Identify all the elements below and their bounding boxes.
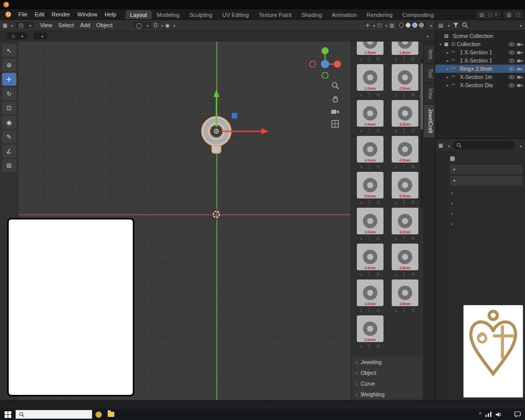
import-asset-icon[interactable]: ↓: [395, 199, 397, 205]
ring-asset-thumbnail[interactable]: 4.5mm: [392, 136, 418, 163]
navigation-axis-gizmo[interactable]: [309, 46, 341, 78]
cortana-icon[interactable]: [92, 409, 105, 420]
import-asset-icon[interactable]: ↓: [360, 92, 362, 97]
tool-add-primitive[interactable]: ⊞: [2, 159, 16, 172]
sidebar-tab[interactable]: View: [424, 84, 435, 104]
collapsed-panel-header[interactable]: ›: [450, 218, 522, 229]
hide-eye-icon[interactable]: [509, 42, 515, 47]
solid-shading-icon[interactable]: [406, 23, 411, 28]
render-camera-icon[interactable]: [517, 75, 523, 79]
xray-icon[interactable]: ▥: [390, 23, 394, 28]
favorite-star-icon[interactable]: ☆: [376, 343, 380, 349]
workspace-tab[interactable]: Modeling: [152, 10, 185, 19]
favorite-star-icon[interactable]: ☆: [411, 164, 415, 169]
asset-menu-icon[interactable]: ⋮: [401, 92, 407, 97]
import-asset-icon[interactable]: ↓: [395, 271, 397, 277]
favorite-star-icon[interactable]: ☆: [376, 235, 380, 241]
import-asset-icon[interactable]: ↓: [395, 92, 397, 97]
asset-menu-icon[interactable]: ⋮: [367, 307, 372, 313]
import-asset-icon[interactable]: ↓: [395, 128, 397, 133]
volume-icon[interactable]: [496, 412, 502, 417]
ring-asset-thumbnail[interactable]: 5.0mm: [357, 172, 383, 198]
expander-icon[interactable]: ▾: [438, 42, 442, 47]
tool-measure[interactable]: ∠: [2, 145, 16, 157]
viewport-menu[interactable]: View: [37, 21, 55, 29]
favorite-star-icon[interactable]: ☆: [411, 307, 415, 313]
import-asset-icon[interactable]: ↓: [360, 164, 362, 169]
favorite-star-icon[interactable]: ☆: [376, 164, 380, 169]
outliner-row[interactable]: ▸ ◠ 1 X-Section 1: [435, 48, 525, 56]
menubar-menu[interactable]: Render: [48, 10, 74, 18]
render-camera-icon[interactable]: [517, 58, 523, 63]
panel-section-header[interactable]: Curve: [352, 378, 422, 389]
editor-type-icon[interactable]: ▦: [3, 23, 7, 28]
orientation-setting-dropdown[interactable]: ⊹: [7, 32, 27, 39]
asset-menu-icon[interactable]: ⋮: [367, 92, 372, 97]
collapsed-panel-header[interactable]: ›: [450, 198, 522, 208]
blender-menu-icon[interactable]: [5, 11, 11, 17]
workspace-tab[interactable]: Texture Paint: [254, 10, 296, 19]
tool-transform[interactable]: ◉: [2, 116, 16, 129]
ring-asset-thumbnail[interactable]: 3.0mm: [357, 100, 383, 127]
render-camera-icon[interactable]: [517, 67, 523, 71]
favorite-star-icon[interactable]: ☆: [411, 235, 415, 241]
scene-selector[interactable]: ▤ ▢ ×: [476, 11, 500, 18]
import-asset-icon[interactable]: ↓: [395, 307, 397, 313]
import-asset-icon[interactable]: ↓: [360, 128, 362, 133]
sidebar-tab[interactable]: Tool: [424, 65, 435, 82]
viewlayer-selector[interactable]: ▥ ▢: [503, 11, 523, 18]
taskbar-search[interactable]: [15, 410, 92, 419]
asset-menu-icon[interactable]: ⋮: [401, 307, 407, 313]
wireframe-shading-icon[interactable]: [399, 23, 404, 28]
outliner-row[interactable]: ▸ ◠ 1 X-Section 1: [435, 56, 525, 65]
favorite-star-icon[interactable]: ☆: [376, 92, 380, 97]
workspace-tab[interactable]: Sculpting: [185, 10, 217, 19]
import-asset-icon[interactable]: ↓: [395, 235, 397, 241]
properties-search[interactable]: [453, 141, 515, 150]
outliner-row[interactable]: ▾ ▦ ☑ Collection: [435, 40, 525, 48]
asset-menu-icon[interactable]: ⋮: [401, 271, 407, 277]
import-asset-icon[interactable]: ↓: [395, 56, 397, 62]
ring-asset-thumbnail[interactable]: 2.0mm: [357, 64, 383, 91]
favorite-star-icon[interactable]: ☆: [411, 271, 415, 277]
asset-menu-icon[interactable]: ⋮: [401, 128, 407, 133]
menubar-menu[interactable]: Help: [101, 10, 120, 18]
new-viewlayer-icon[interactable]: ▢: [515, 12, 520, 17]
scene-panel-header[interactable]: [450, 165, 522, 174]
overlays-icon[interactable]: ⬡: [377, 23, 382, 28]
collapsed-panel-header[interactable]: ›: [450, 208, 522, 218]
start-button[interactable]: [0, 409, 15, 420]
ring-object-with-move-gizmo[interactable]: [188, 89, 275, 186]
ring-asset-thumbnail[interactable]: 4.0mm: [357, 136, 383, 163]
ring-asset-thumbnail[interactable]: 3.5mm: [392, 100, 418, 127]
panel-section-header[interactable]: Weighting: [352, 389, 422, 399]
show-gizmo-icon[interactable]: ✛: [365, 23, 369, 28]
favorite-star-icon[interactable]: ☆: [376, 199, 380, 205]
asset-menu-icon[interactable]: ⋮: [401, 56, 407, 62]
zoom-icon[interactable]: [331, 82, 339, 90]
properties-editor-icon[interactable]: ▦: [438, 143, 443, 148]
asset-menu-icon[interactable]: ⋮: [401, 235, 407, 241]
viewport-menu[interactable]: Select: [55, 21, 77, 29]
render-camera-icon[interactable]: [517, 83, 523, 88]
panel-section-header[interactable]: Object: [352, 368, 422, 378]
asset-menu-icon[interactable]: ⋮: [401, 164, 407, 169]
network-icon[interactable]: [486, 412, 492, 417]
rendered-shading-icon[interactable]: [419, 23, 424, 28]
expander-icon[interactable]: ▸: [446, 58, 450, 63]
favorite-star-icon[interactable]: ☆: [411, 56, 415, 62]
close-button[interactable]: [510, 0, 525, 9]
mode-dropdown[interactable]: ◳: [15, 21, 34, 29]
camera-view-icon[interactable]: [331, 108, 339, 115]
sidebar-tab[interactable]: Item: [424, 45, 435, 63]
units-panel-header[interactable]: [450, 176, 522, 186]
maximize-button[interactable]: [494, 0, 510, 9]
ring-asset-thumbnail[interactable]: 5.0mm: [357, 315, 383, 342]
tool-cursor[interactable]: ⊕: [2, 58, 16, 71]
orientation-dropdown[interactable]: ◯: [133, 22, 152, 29]
workspace-tab[interactable]: Layout: [126, 10, 152, 19]
task-view-icon[interactable]: [105, 409, 117, 420]
asset-menu-icon[interactable]: ⋮: [367, 271, 372, 277]
ring-asset-thumbnail[interactable]: 3.5mm: [357, 244, 383, 270]
ring-asset-thumbnail[interactable]: 4.0mm: [357, 279, 383, 306]
